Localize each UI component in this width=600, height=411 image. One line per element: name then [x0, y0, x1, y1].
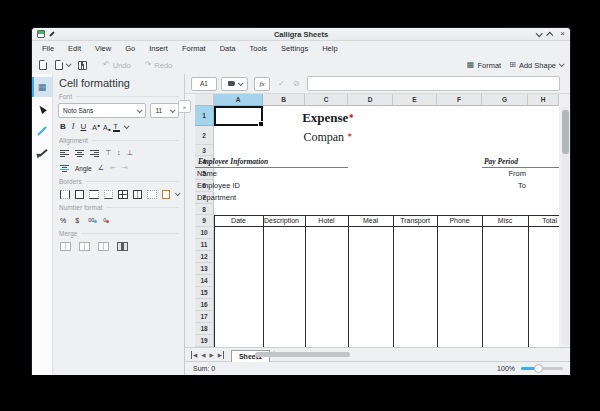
zoom-slider-handle[interactable] [534, 364, 543, 373]
decrease-indent-icon[interactable]: ⇤ [110, 164, 116, 172]
bold-button[interactable]: B [60, 122, 66, 132]
selected-cell-a1[interactable] [214, 106, 263, 126]
tool-line[interactable] [32, 121, 52, 141]
merge-vertical-icon[interactable] [98, 242, 109, 251]
border-none-icon[interactable] [147, 190, 157, 199]
close-icon[interactable]: × [560, 31, 565, 37]
last-sheet-icon[interactable]: ▶ [218, 351, 224, 359]
menu-go[interactable]: Go [118, 44, 142, 53]
border-outline-icon[interactable] [75, 190, 85, 199]
new-document-button[interactable] [39, 60, 47, 70]
bezier-pen-icon [36, 147, 48, 159]
menu-tools[interactable]: Tools [243, 44, 275, 53]
border-inner-icon[interactable] [133, 190, 143, 199]
function-button[interactable]: fx [254, 77, 270, 91]
font-color-button[interactable]: T [114, 123, 118, 132]
underline-button[interactable]: U [80, 122, 86, 132]
open-document-button[interactable] [55, 60, 70, 70]
redo-button[interactable]: ↷Redo [145, 61, 173, 70]
chevron-down-icon [170, 107, 176, 113]
add-shape-button[interactable]: ⊞Add Shape [509, 61, 563, 70]
titlebar[interactable]: Calligra Sheets × [32, 28, 570, 41]
increase-indent-icon[interactable]: ⇥ [122, 164, 128, 172]
cell-company[interactable]: Compan∗ [263, 126, 393, 145]
decrease-precision-button[interactable]: 0 [103, 217, 106, 223]
minimize-icon[interactable] [536, 30, 543, 37]
align-top-icon[interactable]: ⊤ [105, 149, 111, 157]
table-border [393, 215, 394, 347]
align-middle-icon[interactable]: ↕ [117, 149, 121, 157]
sum-indicator: Sum: 0 [193, 365, 215, 372]
zoom-slider[interactable] [521, 367, 563, 370]
italic-button[interactable]: I [72, 122, 75, 132]
menu-insert[interactable]: Insert [142, 44, 175, 53]
wrap-text-icon[interactable] [60, 165, 69, 172]
cell-pay-period[interactable]: Pay Period [482, 156, 559, 168]
merge-horizontal-icon[interactable] [79, 242, 90, 251]
merge-cells-icon[interactable] [60, 242, 71, 251]
border-top-bottom-icon[interactable] [89, 190, 99, 199]
cell-from-label[interactable]: From [482, 168, 526, 180]
cell-employee-information[interactable]: Employee Information [195, 156, 348, 168]
align-center-icon[interactable] [75, 150, 84, 157]
first-sheet-icon[interactable]: ◀ [191, 351, 197, 359]
align-right-icon[interactable] [90, 150, 99, 157]
cell-reference-box[interactable]: A1 [191, 77, 217, 91]
tool-selection[interactable] [32, 99, 52, 119]
chevron-down-icon [559, 61, 565, 67]
menu-settings[interactable]: Settings [274, 44, 315, 53]
table-border [437, 215, 438, 347]
undo-button[interactable]: ↶Undo [103, 61, 131, 70]
spreadsheet-grid[interactable]: A B C D E F G H 1 2 3 [195, 94, 559, 347]
border-all-icon[interactable] [118, 190, 128, 199]
chevron-down-icon[interactable] [175, 191, 181, 197]
chevron-down-icon[interactable] [124, 123, 130, 129]
window-title: Calligra Sheets [32, 30, 570, 39]
named-range-select[interactable] [221, 77, 248, 91]
horizontal-scrollbar-thumb[interactable] [255, 352, 350, 357]
menu-view[interactable]: View [88, 44, 118, 53]
cancel-icon[interactable]: ⊘ [293, 79, 300, 88]
vertical-scrollbar[interactable] [562, 107, 569, 345]
menu-help[interactable]: Help [315, 44, 344, 53]
accept-icon[interactable]: ✓ [278, 79, 285, 88]
col-description: Description [263, 216, 305, 226]
status-bar: Sum: 0 100% [185, 361, 570, 375]
cell-department-label[interactable]: Department [197, 192, 297, 204]
menu-data[interactable]: Data [213, 44, 243, 53]
col-meal: Meal [348, 216, 393, 226]
menu-format[interactable]: Format [175, 44, 213, 53]
rotate-text-icon[interactable]: ∠ [98, 164, 104, 172]
percent-format-button[interactable]: % [60, 216, 66, 225]
cell-name-label[interactable]: Name [197, 168, 297, 180]
save-button[interactable] [78, 61, 87, 70]
cell-to-label[interactable]: To [482, 180, 526, 192]
subscript-button[interactable]: A■ [103, 124, 108, 131]
next-sheet-icon[interactable]: ▶ [209, 351, 213, 359]
cell-expense-title[interactable]: Expense∗ [263, 106, 393, 126]
font-size-select[interactable]: 11 [150, 103, 179, 118]
dissociate-cells-icon[interactable] [117, 242, 128, 251]
previous-sheet-icon[interactable]: ◀ [201, 351, 205, 359]
superscript-button[interactable]: A■ [92, 124, 97, 131]
align-left-icon[interactable] [60, 150, 69, 157]
tool-calligraphy[interactable] [32, 143, 52, 163]
cell-employee-id-label[interactable]: Employee ID [197, 180, 297, 192]
menu-edit[interactable]: Edit [61, 44, 88, 53]
format-button[interactable]: ▦Format [467, 61, 501, 70]
table-border [482, 215, 483, 347]
vertical-scrollbar-thumb[interactable] [562, 110, 569, 154]
menu-file[interactable]: File [35, 44, 61, 53]
border-bottom-icon[interactable] [104, 190, 114, 199]
tool-cell-editor[interactable]: ▦ [32, 77, 52, 97]
formula-input[interactable] [307, 76, 560, 91]
sidebar-collapse-button[interactable]: « [178, 100, 191, 113]
expense-table-header-row[interactable]: Date Description Hotel Meal Transport Ph… [214, 215, 559, 227]
border-color-swatch[interactable] [162, 190, 171, 199]
font-family-select[interactable]: Noto Sans [58, 103, 146, 118]
border-left-right-icon[interactable] [60, 190, 70, 199]
align-bottom-icon[interactable]: ⊥ [127, 149, 133, 157]
col-total: Total [528, 216, 559, 226]
increase-precision-button[interactable]: 00 [88, 217, 94, 223]
currency-format-button[interactable]: $ [75, 216, 79, 225]
